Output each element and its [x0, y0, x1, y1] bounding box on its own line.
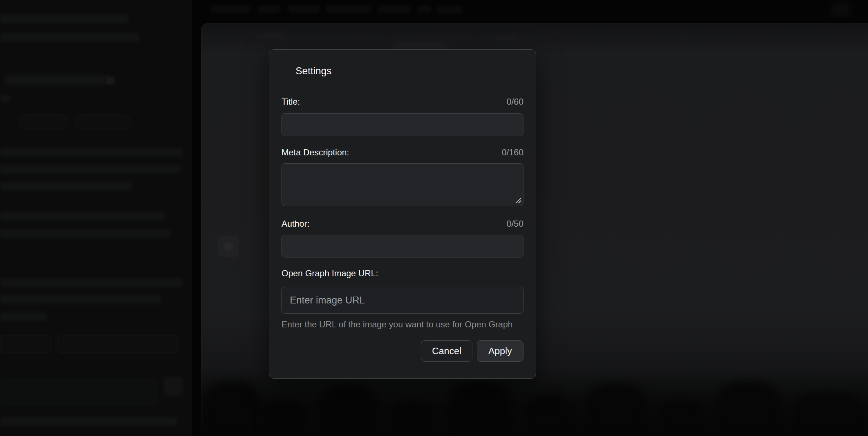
apply-button[interactable]: Apply [477, 340, 523, 362]
settings-modal: Settings Title: 0/60 Meta Description: 0… [269, 49, 536, 379]
author-field-label: Author: [281, 219, 309, 229]
og-image-url-input[interactable] [281, 287, 523, 314]
divider [281, 84, 523, 84]
cancel-button[interactable]: Cancel [421, 340, 472, 362]
meta-description-char-counter: 0/160 [502, 147, 523, 158]
og-image-field-label: Open Graph Image URL: [281, 268, 378, 278]
meta-description-field-header: Meta Description: 0/160 [281, 147, 523, 158]
modal-title: Settings [296, 66, 523, 76]
author-field-header: Author: 0/50 [281, 218, 523, 229]
meta-description-textarea[interactable] [281, 163, 523, 206]
title-input[interactable] [281, 113, 523, 136]
author-input[interactable] [281, 235, 523, 257]
author-char-counter: 0/50 [506, 219, 523, 229]
og-image-helper-text: Enter the URL of the image you want to u… [281, 319, 523, 330]
title-char-counter: 0/60 [506, 97, 523, 107]
modal-button-row: Cancel Apply [281, 340, 523, 362]
resize-handle-icon[interactable] [515, 197, 522, 204]
title-field-header: Title: 0/60 [281, 96, 523, 107]
meta-description-field-label: Meta Description: [281, 147, 349, 158]
title-field-label: Title: [281, 97, 300, 107]
og-image-field-header: Open Graph Image URL: [281, 268, 523, 279]
